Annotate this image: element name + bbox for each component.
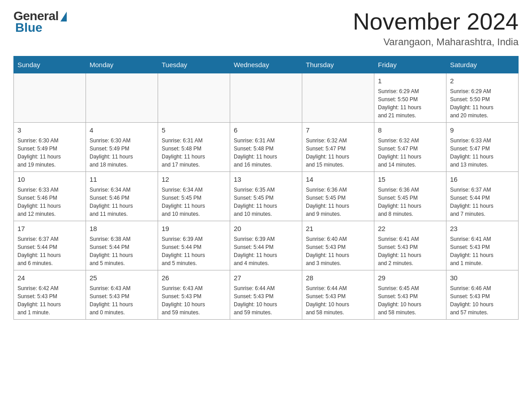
day-info: Sunrise: 6:36 AM Sunset: 5:45 PM Dayligh…	[378, 186, 442, 218]
calendar-week-row: 24Sunrise: 6:42 AM Sunset: 5:43 PM Dayli…	[14, 270, 519, 320]
calendar-cell	[86, 73, 158, 123]
day-info: Sunrise: 6:42 AM Sunset: 5:43 PM Dayligh…	[17, 284, 82, 317]
day-number: 13	[234, 175, 298, 184]
calendar-cell: 12Sunrise: 6:34 AM Sunset: 5:45 PM Dayli…	[158, 172, 230, 221]
day-number: 19	[162, 224, 226, 234]
calendar-cell: 14Sunrise: 6:36 AM Sunset: 5:45 PM Dayli…	[302, 172, 374, 221]
day-number: 7	[306, 125, 370, 135]
calendar-table: SundayMondayTuesdayWednesdayThursdayFrid…	[13, 56, 519, 320]
page-header: General Blue November 2024 Varangaon, Ma…	[13, 9, 519, 48]
day-number: 17	[17, 224, 82, 234]
calendar-day-header: Tuesday	[158, 56, 230, 73]
day-number: 30	[450, 273, 515, 283]
day-number: 25	[90, 273, 154, 283]
day-info: Sunrise: 6:34 AM Sunset: 5:45 PM Dayligh…	[162, 186, 226, 218]
calendar-cell: 1Sunrise: 6:29 AM Sunset: 5:50 PM Daylig…	[374, 73, 446, 123]
day-info: Sunrise: 6:41 AM Sunset: 5:43 PM Dayligh…	[450, 235, 515, 267]
day-info: Sunrise: 6:37 AM Sunset: 5:44 PM Dayligh…	[450, 186, 515, 218]
day-number: 21	[306, 224, 370, 234]
day-number: 5	[162, 125, 226, 135]
calendar-cell: 3Sunrise: 6:30 AM Sunset: 5:49 PM Daylig…	[14, 123, 86, 172]
day-number: 22	[378, 224, 442, 234]
calendar-cell	[302, 73, 374, 123]
day-number: 29	[378, 273, 442, 283]
calendar-cell: 28Sunrise: 6:44 AM Sunset: 5:43 PM Dayli…	[302, 270, 374, 320]
calendar-cell: 15Sunrise: 6:36 AM Sunset: 5:45 PM Dayli…	[374, 172, 446, 221]
day-number: 16	[450, 175, 515, 184]
day-info: Sunrise: 6:30 AM Sunset: 5:49 PM Dayligh…	[17, 137, 82, 169]
day-info: Sunrise: 6:43 AM Sunset: 5:43 PM Dayligh…	[90, 284, 154, 317]
day-info: Sunrise: 6:34 AM Sunset: 5:46 PM Dayligh…	[90, 186, 154, 218]
calendar-cell	[14, 73, 86, 123]
day-number: 12	[162, 175, 226, 184]
calendar-cell: 17Sunrise: 6:37 AM Sunset: 5:44 PM Dayli…	[14, 221, 86, 270]
day-info: Sunrise: 6:33 AM Sunset: 5:46 PM Dayligh…	[17, 186, 82, 218]
calendar-cell: 4Sunrise: 6:30 AM Sunset: 5:49 PM Daylig…	[86, 123, 158, 172]
day-info: Sunrise: 6:37 AM Sunset: 5:44 PM Dayligh…	[17, 235, 82, 267]
day-number: 20	[234, 224, 298, 234]
day-info: Sunrise: 6:32 AM Sunset: 5:47 PM Dayligh…	[306, 137, 370, 169]
location-text: Varangaon, Maharashtra, India	[353, 36, 519, 48]
calendar-cell: 10Sunrise: 6:33 AM Sunset: 5:46 PM Dayli…	[14, 172, 86, 221]
day-info: Sunrise: 6:43 AM Sunset: 5:43 PM Dayligh…	[162, 284, 226, 317]
calendar-cell: 5Sunrise: 6:31 AM Sunset: 5:48 PM Daylig…	[158, 123, 230, 172]
day-info: Sunrise: 6:31 AM Sunset: 5:48 PM Dayligh…	[234, 137, 298, 169]
day-info: Sunrise: 6:38 AM Sunset: 5:44 PM Dayligh…	[90, 235, 154, 267]
calendar-cell: 2Sunrise: 6:29 AM Sunset: 5:50 PM Daylig…	[446, 73, 519, 123]
day-number: 1	[378, 76, 442, 86]
logo: General Blue	[13, 9, 67, 35]
day-info: Sunrise: 6:39 AM Sunset: 5:44 PM Dayligh…	[162, 235, 226, 267]
calendar-cell: 27Sunrise: 6:44 AM Sunset: 5:43 PM Dayli…	[230, 270, 302, 320]
calendar-cell	[158, 73, 230, 123]
day-number: 6	[234, 125, 298, 135]
day-info: Sunrise: 6:46 AM Sunset: 5:43 PM Dayligh…	[450, 284, 515, 317]
calendar-cell: 18Sunrise: 6:38 AM Sunset: 5:44 PM Dayli…	[86, 221, 158, 270]
day-info: Sunrise: 6:44 AM Sunset: 5:43 PM Dayligh…	[306, 284, 370, 317]
day-info: Sunrise: 6:32 AM Sunset: 5:47 PM Dayligh…	[378, 137, 442, 169]
calendar-cell: 7Sunrise: 6:32 AM Sunset: 5:47 PM Daylig…	[302, 123, 374, 172]
calendar-cell: 20Sunrise: 6:39 AM Sunset: 5:44 PM Dayli…	[230, 221, 302, 270]
calendar-day-header: Thursday	[302, 56, 374, 73]
day-info: Sunrise: 6:35 AM Sunset: 5:45 PM Dayligh…	[234, 186, 298, 218]
calendar-cell: 9Sunrise: 6:33 AM Sunset: 5:47 PM Daylig…	[446, 123, 519, 172]
calendar-day-header: Friday	[374, 56, 446, 73]
day-info: Sunrise: 6:36 AM Sunset: 5:45 PM Dayligh…	[306, 186, 370, 218]
day-info: Sunrise: 6:31 AM Sunset: 5:48 PM Dayligh…	[162, 137, 226, 169]
day-number: 14	[306, 175, 370, 184]
day-number: 3	[17, 125, 82, 135]
day-info: Sunrise: 6:45 AM Sunset: 5:43 PM Dayligh…	[378, 284, 442, 317]
calendar-week-row: 1Sunrise: 6:29 AM Sunset: 5:50 PM Daylig…	[14, 73, 519, 123]
calendar-day-header: Saturday	[446, 56, 519, 73]
day-info: Sunrise: 6:41 AM Sunset: 5:43 PM Dayligh…	[378, 235, 442, 267]
day-number: 15	[378, 175, 442, 184]
calendar-cell: 19Sunrise: 6:39 AM Sunset: 5:44 PM Dayli…	[158, 221, 230, 270]
calendar-cell: 25Sunrise: 6:43 AM Sunset: 5:43 PM Dayli…	[86, 270, 158, 320]
day-number: 9	[450, 125, 515, 135]
calendar-cell: 13Sunrise: 6:35 AM Sunset: 5:45 PM Dayli…	[230, 172, 302, 221]
calendar-week-row: 10Sunrise: 6:33 AM Sunset: 5:46 PM Dayli…	[14, 172, 519, 221]
day-info: Sunrise: 6:33 AM Sunset: 5:47 PM Dayligh…	[450, 137, 515, 169]
day-number: 2	[450, 76, 515, 86]
title-section: November 2024 Varangaon, Maharashtra, In…	[353, 9, 519, 48]
calendar-cell: 24Sunrise: 6:42 AM Sunset: 5:43 PM Dayli…	[14, 270, 86, 320]
logo-blue-text: Blue	[15, 21, 43, 35]
calendar-cell: 11Sunrise: 6:34 AM Sunset: 5:46 PM Dayli…	[86, 172, 158, 221]
calendar-cell: 16Sunrise: 6:37 AM Sunset: 5:44 PM Dayli…	[446, 172, 519, 221]
calendar-cell	[230, 73, 302, 123]
day-info: Sunrise: 6:30 AM Sunset: 5:49 PM Dayligh…	[90, 137, 154, 169]
calendar-cell: 23Sunrise: 6:41 AM Sunset: 5:43 PM Dayli…	[446, 221, 519, 270]
calendar-cell: 6Sunrise: 6:31 AM Sunset: 5:48 PM Daylig…	[230, 123, 302, 172]
day-info: Sunrise: 6:39 AM Sunset: 5:44 PM Dayligh…	[234, 235, 298, 267]
calendar-cell: 21Sunrise: 6:40 AM Sunset: 5:43 PM Dayli…	[302, 221, 374, 270]
day-number: 4	[90, 125, 154, 135]
day-number: 24	[17, 273, 82, 283]
calendar-header-row: SundayMondayTuesdayWednesdayThursdayFrid…	[14, 56, 519, 73]
day-number: 10	[17, 175, 82, 184]
calendar-week-row: 3Sunrise: 6:30 AM Sunset: 5:49 PM Daylig…	[14, 123, 519, 172]
day-number: 11	[90, 175, 154, 184]
calendar-cell: 30Sunrise: 6:46 AM Sunset: 5:43 PM Dayli…	[446, 270, 519, 320]
day-info: Sunrise: 6:29 AM Sunset: 5:50 PM Dayligh…	[378, 87, 442, 120]
logo-triangle-icon	[60, 12, 67, 21]
day-number: 8	[378, 125, 442, 135]
day-number: 28	[306, 273, 370, 283]
